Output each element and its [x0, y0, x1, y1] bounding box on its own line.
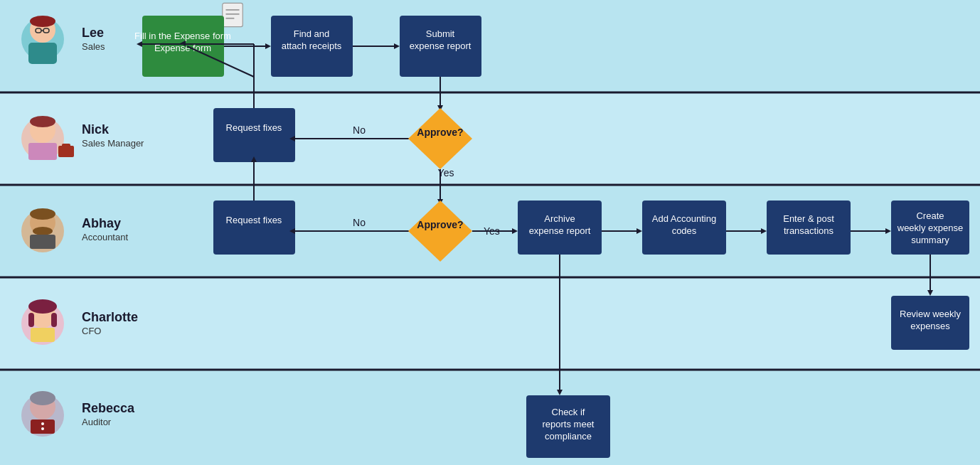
- svg-rect-3: [0, 277, 980, 370]
- svg-text:Charlotte: Charlotte: [82, 310, 138, 324]
- svg-point-44: [41, 422, 44, 425]
- svg-rect-43: [31, 419, 55, 434]
- svg-text:Archive: Archive: [544, 213, 575, 224]
- svg-text:weekly expense: weekly expense: [897, 223, 964, 233]
- svg-text:Request fixes: Request fixes: [226, 215, 282, 225]
- svg-text:Request fixes: Request fixes: [226, 122, 282, 133]
- svg-text:reports meet: reports meet: [543, 419, 595, 429]
- no-label-abhay: No: [353, 217, 366, 228]
- svg-rect-20: [28, 143, 57, 160]
- svg-text:Sales Manager: Sales Manager: [82, 138, 144, 149]
- svg-text:Approve?: Approve?: [417, 127, 463, 138]
- svg-text:Accountant: Accountant: [82, 232, 128, 242]
- svg-rect-29: [30, 235, 55, 249]
- svg-point-34: [28, 299, 57, 314]
- request-fixes-abhay-box: [213, 201, 295, 255]
- request-fixes-nick-box: [213, 108, 295, 162]
- svg-text:Auditor: Auditor: [82, 417, 112, 427]
- svg-rect-1: [0, 92, 980, 185]
- svg-text:Check if: Check if: [552, 407, 585, 417]
- fill-form-label: Fill in the Expense form: [134, 31, 231, 41]
- svg-point-27: [30, 208, 55, 220]
- svg-rect-15: [28, 43, 57, 64]
- svg-text:Add Accounting: Add Accounting: [652, 213, 716, 224]
- svg-text:Find and: Find and: [294, 28, 330, 39]
- svg-text:Rebecca: Rebecca: [82, 401, 135, 415]
- lee-role: Sales: [82, 41, 105, 52]
- svg-text:expense report: expense report: [529, 225, 591, 236]
- svg-point-18: [30, 116, 55, 127]
- svg-text:CFO: CFO: [82, 326, 101, 336]
- svg-text:Create: Create: [916, 210, 944, 221]
- lee-name: Lee: [82, 26, 104, 40]
- svg-text:Submit: Submit: [426, 28, 455, 39]
- svg-text:summary: summary: [911, 235, 949, 245]
- svg-text:expenses: expenses: [910, 321, 950, 331]
- svg-text:Enter & post: Enter & post: [783, 213, 834, 224]
- svg-text:Nick: Nick: [82, 122, 110, 137]
- svg-rect-36: [51, 313, 57, 327]
- svg-rect-4: [0, 370, 980, 465]
- svg-text:attach receipts: attach receipts: [282, 41, 342, 51]
- svg-rect-35: [28, 313, 34, 327]
- svg-rect-37: [31, 328, 55, 342]
- svg-text:Approve?: Approve?: [417, 219, 463, 230]
- svg-text:expense report: expense report: [410, 41, 472, 51]
- svg-text:compliance: compliance: [545, 431, 592, 442]
- svg-rect-21: [58, 146, 74, 157]
- svg-point-45: [41, 427, 44, 430]
- svg-point-28: [33, 227, 53, 235]
- svg-text:transactions: transactions: [784, 225, 834, 236]
- svg-text:Abhay: Abhay: [82, 216, 121, 230]
- svg-rect-22: [62, 144, 70, 147]
- svg-point-11: [30, 16, 55, 27]
- svg-text:Review weekly: Review weekly: [900, 309, 961, 319]
- svg-point-42: [30, 391, 55, 405]
- no-label-nick: No: [353, 124, 366, 136]
- svg-text:codes: codes: [672, 225, 697, 236]
